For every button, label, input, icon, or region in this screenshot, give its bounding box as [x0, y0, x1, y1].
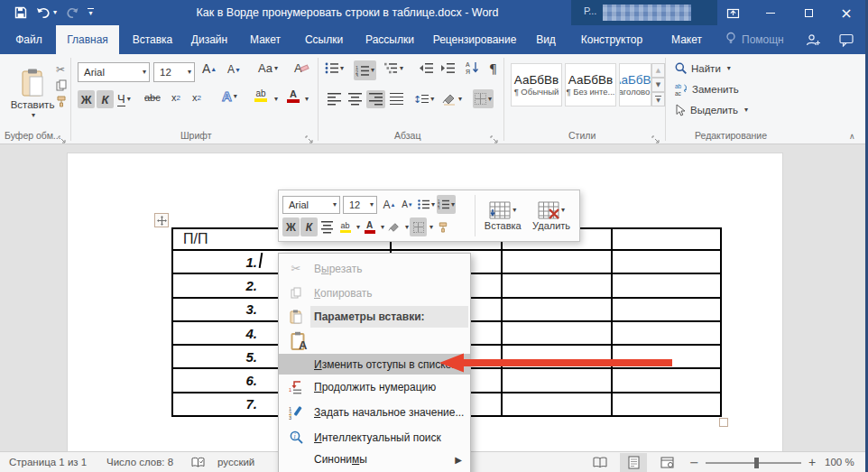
mini-insert-table-button[interactable]: ▾ Вставка	[478, 193, 527, 238]
clipboard-dialog-launcher-icon[interactable]	[58, 131, 67, 140]
paste-keep-text-icon[interactable]: A	[289, 331, 310, 351]
table-cell[interactable]	[503, 322, 613, 346]
mini-align-center-button[interactable]	[319, 217, 336, 236]
tab-table-design[interactable]: Конструктор	[576, 25, 648, 54]
decrease-indent-button[interactable]	[419, 62, 433, 74]
tab-home[interactable]: Главная	[56, 25, 119, 54]
table-resize-handle[interactable]	[719, 418, 728, 427]
tab-view[interactable]: Вид	[526, 25, 566, 54]
mini-font-color-button[interactable]: А	[361, 217, 378, 236]
tab-design[interactable]: Дизайн	[183, 25, 235, 54]
zoom-in-button[interactable]: +	[808, 452, 816, 472]
table-cell[interactable]	[613, 299, 722, 322]
customize-qat-button[interactable]: ▾	[88, 8, 94, 17]
mini-highlight-dropdown-icon[interactable]: ▾	[356, 224, 360, 231]
multilevel-list-button[interactable]: ▾	[384, 62, 403, 74]
menu-item-continue-numbering[interactable]: 1 Продолжить нумерацию	[279, 375, 470, 400]
undo-button[interactable]: ▾	[36, 7, 57, 19]
menu-item-smart-lookup[interactable]: i Интеллектуальный поиск	[279, 425, 470, 449]
font-name-combo[interactable]: Arial▾	[78, 62, 150, 82]
align-right-button[interactable]	[366, 90, 385, 108]
mini-shading-button[interactable]	[385, 217, 402, 236]
read-mode-icon[interactable]	[586, 453, 614, 472]
paragraph-dialog-launcher-icon[interactable]	[490, 131, 499, 140]
italic-button[interactable]: К	[97, 90, 114, 108]
mini-bullets-button[interactable]: ▾	[417, 195, 436, 214]
mini-font-size-combo[interactable]: 12▾	[343, 196, 377, 214]
shrink-font-button[interactable]: A▼	[227, 63, 241, 76]
mini-highlight-button[interactable]: ab	[337, 217, 354, 236]
mini-font-color-dropdown-icon[interactable]: ▾	[381, 224, 384, 231]
cut-icon[interactable]: ✂	[56, 63, 65, 76]
table-move-handle[interactable]	[154, 213, 169, 227]
style-no-spacing[interactable]: АаБбВв ¶ Без инте...	[565, 63, 616, 106]
font-dialog-launcher-icon[interactable]	[305, 131, 314, 140]
borders-button[interactable]: ▾	[473, 89, 494, 108]
proofing-status-icon[interactable]	[191, 452, 205, 472]
clear-formatting-button[interactable]: A	[294, 61, 309, 75]
mini-grow-font-button[interactable]: A▲	[381, 195, 398, 214]
table-cell[interactable]	[503, 393, 613, 417]
subscript-button[interactable]: x2	[171, 92, 180, 103]
undo-dropdown-icon[interactable]: ▾	[53, 9, 57, 16]
tell-me-help[interactable]: Помощн	[725, 25, 784, 54]
styles-gallery-more-icon[interactable]: ▼	[651, 92, 665, 106]
page-indicator[interactable]: Страница 1 из 1	[9, 452, 87, 472]
style-heading1[interactable]: АаБбВв Заголово...	[619, 63, 651, 106]
align-left-button[interactable]	[325, 90, 344, 108]
superscript-button[interactable]: x2	[192, 92, 201, 103]
maximize-button[interactable]	[790, 0, 827, 25]
menu-item-synonyms[interactable]: Синонимы ▶	[279, 449, 470, 469]
zoom-level[interactable]: 100 %	[825, 452, 854, 472]
show-marks-button[interactable]: ¶	[489, 61, 497, 76]
numbering-button[interactable]: 123▾	[354, 60, 376, 80]
find-button[interactable]: Найти▾	[675, 62, 731, 74]
mini-delete-table-button[interactable]: ▾ Удалить	[527, 193, 576, 238]
select-button[interactable]: Выделить▾	[675, 104, 748, 116]
font-color-dropdown-icon[interactable]: ▾	[305, 96, 309, 103]
table-cell[interactable]	[503, 299, 613, 322]
align-center-button[interactable]	[346, 90, 365, 108]
format-painter-icon[interactable]	[56, 96, 67, 107]
font-color-button[interactable]: А	[287, 88, 300, 103]
mini-bold-button[interactable]: Ж	[282, 217, 300, 236]
save-icon[interactable]	[14, 6, 27, 19]
tab-layout[interactable]: Макет	[240, 25, 291, 54]
table-cell[interactable]	[613, 322, 722, 346]
change-case-button[interactable]: Aa▾	[258, 61, 278, 75]
font-size-combo[interactable]: 12▾	[153, 62, 195, 82]
mini-italic-button[interactable]: К	[300, 217, 318, 236]
increase-indent-button[interactable]	[440, 62, 455, 74]
mini-numbering-button[interactable]: 123▾	[437, 195, 456, 214]
strikethrough-button[interactable]: abc	[144, 92, 161, 103]
table-cell[interactable]	[503, 251, 613, 274]
menu-item-paste-keep-text[interactable]: A	[279, 329, 470, 354]
text-effects-button[interactable]: A▾	[222, 88, 237, 104]
tab-file[interactable]: Файл	[7, 25, 51, 54]
replace-button[interactable]: abac Заменить	[675, 83, 739, 96]
collapse-ribbon-icon[interactable]: ∧	[849, 132, 855, 141]
zoom-slider-thumb[interactable]	[754, 458, 759, 468]
close-button[interactable]: ×	[827, 0, 865, 25]
copy-icon[interactable]	[56, 79, 67, 91]
styles-scroll-down-icon[interactable]: ▼	[651, 78, 665, 92]
line-spacing-button[interactable]: ↕▾	[413, 90, 434, 108]
highlight-dropdown-icon[interactable]: ▾	[274, 96, 278, 103]
table-cell[interactable]	[613, 251, 722, 274]
tab-table-layout[interactable]: Макет	[660, 25, 713, 54]
style-normal[interactable]: АаБбВв ¶ Обычный	[511, 63, 562, 106]
bold-button[interactable]: Ж	[78, 90, 95, 108]
styles-scroll-up-icon[interactable]: ▲	[651, 63, 665, 78]
table-cell[interactable]	[503, 274, 613, 298]
print-layout-icon[interactable]	[620, 453, 647, 472]
comments-icon[interactable]	[839, 25, 854, 54]
mini-shrink-font-button[interactable]: A▼	[399, 195, 416, 214]
tab-references[interactable]: Ссылки	[298, 25, 350, 54]
ribbon-display-options-icon[interactable]	[714, 0, 752, 25]
table-cell[interactable]	[503, 369, 613, 393]
sort-button[interactable]: АЯ	[466, 60, 479, 74]
justify-button[interactable]	[387, 90, 406, 108]
language-indicator[interactable]: русский	[217, 452, 254, 472]
redo-button[interactable]	[66, 7, 78, 19]
highlight-color-button[interactable]: ab	[254, 88, 267, 102]
